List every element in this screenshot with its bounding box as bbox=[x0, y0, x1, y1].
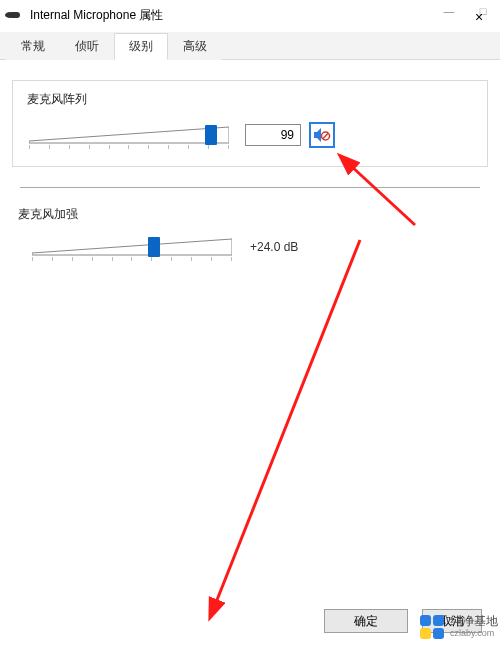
mic-array-mute-button[interactable] bbox=[309, 122, 335, 148]
mic-boost-slider-thumb[interactable] bbox=[148, 237, 160, 257]
mic-boost-title: 麦克风加强 bbox=[16, 206, 484, 223]
close-button[interactable]: × bbox=[462, 2, 496, 32]
tab-content: 麦克风阵列 99 bbox=[0, 60, 500, 588]
svg-marker-2 bbox=[29, 127, 229, 143]
mic-array-value[interactable]: 99 bbox=[245, 124, 301, 146]
tab-general[interactable]: 常规 bbox=[6, 33, 60, 60]
svg-marker-3 bbox=[314, 128, 321, 142]
slider-fan-icon bbox=[29, 125, 229, 145]
watermark-logo-icon bbox=[418, 613, 446, 641]
svg-rect-11 bbox=[420, 628, 431, 639]
watermark-sub: czlaby.com bbox=[450, 629, 498, 639]
svg-rect-12 bbox=[433, 628, 444, 639]
mic-array-slider-thumb[interactable] bbox=[205, 125, 217, 145]
slider-ticks bbox=[32, 257, 232, 261]
mic-boost-value: +24.0 dB bbox=[250, 240, 318, 254]
slider-fan-icon bbox=[32, 237, 232, 257]
mic-boost-group: 麦克风加强 +24.0 dB bbox=[12, 206, 488, 271]
tab-bar: 常规 侦听 级别 高级 bbox=[0, 32, 500, 60]
mic-array-slider[interactable] bbox=[27, 123, 237, 147]
slider-ticks bbox=[29, 145, 229, 149]
titlebar: Internal Microphone 属性 — □ × bbox=[0, 0, 500, 30]
ok-button[interactable]: 确定 bbox=[324, 609, 408, 633]
mic-array-title: 麦克风阵列 bbox=[27, 91, 473, 108]
mic-boost-slider[interactable] bbox=[30, 235, 240, 259]
watermark: 纯净基地 czlaby.com bbox=[418, 613, 498, 641]
svg-line-5 bbox=[323, 133, 328, 138]
watermark-brand: 纯净基地 bbox=[450, 615, 498, 628]
svg-marker-6 bbox=[32, 239, 232, 255]
window-title: Internal Microphone 属性 bbox=[30, 7, 163, 24]
svg-rect-1 bbox=[10, 12, 20, 18]
speaker-muted-icon bbox=[313, 126, 331, 144]
svg-rect-9 bbox=[420, 615, 431, 626]
svg-line-8 bbox=[215, 240, 360, 605]
separator bbox=[20, 187, 480, 188]
mic-array-group: 麦克风阵列 99 bbox=[12, 80, 488, 167]
tab-advanced[interactable]: 高级 bbox=[168, 33, 222, 60]
microphone-icon bbox=[4, 5, 24, 25]
mic-boost-row: +24.0 dB bbox=[16, 235, 484, 259]
tab-listen[interactable]: 侦听 bbox=[60, 33, 114, 60]
minimize-button[interactable]: — bbox=[432, 0, 466, 22]
svg-rect-10 bbox=[433, 615, 444, 626]
tab-levels[interactable]: 级别 bbox=[114, 33, 168, 60]
watermark-text: 纯净基地 czlaby.com bbox=[450, 615, 498, 638]
mic-array-row: 99 bbox=[27, 122, 473, 148]
annotation-arrow-mute bbox=[230, 110, 450, 630]
